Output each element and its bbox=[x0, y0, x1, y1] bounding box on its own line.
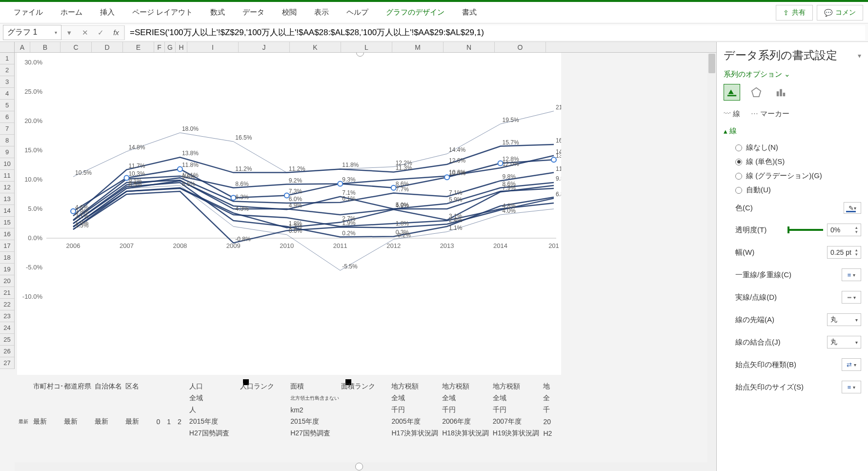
series-options-dropdown[interactable]: 系列のオプション ⌄ bbox=[724, 70, 861, 79]
confirm-formula-button[interactable]: ✓ bbox=[93, 28, 108, 37]
ribbon-tab-7[interactable]: 表示 bbox=[305, 3, 338, 22]
cell[interactable]: H2 bbox=[542, 430, 561, 437]
cell[interactable]: 人口ランク bbox=[239, 382, 289, 391]
row-header-25[interactable]: 25 bbox=[0, 334, 14, 346]
chart-plot-area[interactable]: -10.0%-5.0%0.0%5.0%10.0%15.0%20.0%25.0%3… bbox=[17, 53, 561, 375]
compound-type-button[interactable]: ≡ ▾ bbox=[842, 268, 861, 281]
row-header-15[interactable]: 15 bbox=[0, 217, 14, 228]
column-header-A[interactable]: A bbox=[15, 42, 30, 52]
row-header-9[interactable]: 9 bbox=[0, 146, 14, 158]
row-header-3[interactable]: 3 bbox=[0, 76, 14, 88]
column-header-E[interactable]: E bbox=[123, 42, 154, 52]
cell[interactable]: 市町村コード bbox=[32, 382, 62, 391]
cell[interactable]: 20 bbox=[542, 418, 561, 426]
row-header-12[interactable]: 12 bbox=[0, 182, 14, 193]
radio-gradient-line[interactable]: 線 (グラデーション)(G) bbox=[724, 169, 861, 183]
cell[interactable]: 最新 bbox=[62, 417, 93, 426]
row-header-24[interactable]: 24 bbox=[0, 322, 14, 334]
ribbon-tab-5[interactable]: データ bbox=[234, 3, 273, 22]
row-header-8[interactable]: 8 bbox=[0, 135, 14, 146]
ribbon-tab-6[interactable]: 校閲 bbox=[273, 3, 305, 22]
radio-no-line[interactable]: 線なし(N) bbox=[724, 141, 861, 155]
cell[interactable]: 千円 bbox=[491, 406, 542, 414]
cell[interactable]: H17決算状況調 bbox=[390, 429, 441, 438]
cell[interactable]: 人口 bbox=[188, 382, 239, 391]
row-header-6[interactable]: 6 bbox=[0, 111, 14, 123]
column-header-F[interactable]: F bbox=[154, 42, 165, 52]
row-header-2[interactable]: 2 bbox=[0, 64, 14, 76]
row-header-19[interactable]: 19 bbox=[0, 264, 14, 275]
cell[interactable]: 地 bbox=[542, 382, 561, 391]
cell[interactable]: 2006年度 bbox=[441, 417, 491, 426]
effects-icon[interactable] bbox=[748, 84, 765, 101]
transparency-input[interactable]: 0% ▴▾ bbox=[827, 224, 861, 236]
series-options-icon[interactable] bbox=[772, 84, 789, 101]
row-header-1[interactable]: 1 bbox=[0, 53, 14, 64]
row-header-18[interactable]: 18 bbox=[0, 252, 14, 264]
transparency-slider[interactable] bbox=[789, 229, 823, 231]
column-header-L[interactable]: L bbox=[341, 42, 392, 52]
cell[interactable]: 全 bbox=[542, 394, 561, 403]
row-header-11[interactable]: 11 bbox=[0, 170, 14, 182]
ribbon-tab-9[interactable]: グラフのデザイン bbox=[377, 3, 453, 22]
formula-input[interactable] bbox=[124, 25, 865, 40]
cell[interactable]: H27国勢調査 bbox=[188, 429, 239, 438]
radio-auto-line[interactable]: 自動(U) bbox=[724, 183, 861, 197]
cell[interactable]: km2 bbox=[289, 406, 340, 414]
cell[interactable]: 最新 bbox=[93, 417, 124, 426]
column-header-M[interactable]: M bbox=[392, 42, 444, 52]
vertical-scrollbar[interactable] bbox=[707, 53, 716, 462]
row-header-16[interactable]: 16 bbox=[0, 228, 14, 240]
cell[interactable]: 人 bbox=[188, 406, 239, 414]
row-header-13[interactable]: 13 bbox=[0, 193, 14, 205]
row-header-23[interactable]: 23 bbox=[0, 310, 14, 322]
column-header-B[interactable]: B bbox=[30, 42, 61, 52]
column-header-C[interactable]: C bbox=[61, 42, 92, 52]
row-header-22[interactable]: 22 bbox=[0, 299, 14, 310]
join-type-dropdown[interactable]: 丸 ▾ bbox=[827, 336, 861, 348]
cell[interactable]: H18決算状況調 bbox=[441, 429, 491, 438]
cell[interactable]: 千 bbox=[542, 406, 561, 414]
dash-type-button[interactable]: ┉ ▾ bbox=[842, 291, 861, 304]
cell[interactable]: 面積ランク bbox=[340, 382, 390, 391]
select-all-corner[interactable] bbox=[0, 42, 15, 52]
row-header-26[interactable]: 26 bbox=[0, 346, 14, 357]
begin-arrow-size-button[interactable]: ≡ ▾ bbox=[842, 381, 861, 393]
cell[interactable]: 自治体名 bbox=[93, 382, 124, 391]
cell[interactable]: 2015年度 bbox=[289, 417, 340, 426]
column-header-N[interactable]: N bbox=[444, 42, 495, 52]
column-header-H[interactable]: H bbox=[176, 42, 187, 52]
tab-marker[interactable]: ⋅⋅⋅ マーカー bbox=[751, 109, 789, 119]
radio-solid-line[interactable]: 線 (単色)(S) bbox=[724, 155, 861, 169]
cell[interactable]: 最新 bbox=[17, 418, 32, 425]
cell[interactable]: 2 bbox=[176, 418, 188, 426]
row-header-17[interactable]: 17 bbox=[0, 240, 14, 252]
cap-type-dropdown[interactable]: 丸 ▾ bbox=[827, 313, 861, 326]
width-input[interactable]: 0.25 pt ▴▾ bbox=[827, 246, 861, 259]
ribbon-tab-0[interactable]: ファイル bbox=[5, 3, 52, 22]
color-picker-button[interactable]: ✎ ▾ bbox=[844, 202, 861, 214]
cancel-formula-button[interactable]: ✕ bbox=[77, 28, 93, 37]
tab-line[interactable]: 〰 線 bbox=[724, 109, 740, 119]
cell[interactable]: 最新 bbox=[32, 417, 62, 426]
cell[interactable]: 地方税額 bbox=[390, 382, 441, 391]
cell[interactable]: 全域 bbox=[390, 394, 441, 403]
comment-button[interactable]: 💬 コメン bbox=[817, 5, 863, 20]
column-header-G[interactable]: G bbox=[165, 42, 176, 52]
cell[interactable]: 北方領土竹島含まない bbox=[289, 395, 340, 402]
cell[interactable]: 面積 bbox=[289, 382, 340, 391]
fill-line-icon[interactable] bbox=[724, 84, 740, 101]
ribbon-tab-1[interactable]: ホーム bbox=[52, 3, 91, 22]
cell[interactable]: H27国勢調査 bbox=[289, 429, 340, 438]
cell[interactable]: 千円 bbox=[441, 406, 491, 414]
row-header-7[interactable]: 7 bbox=[0, 123, 14, 135]
cell[interactable]: 0 bbox=[155, 418, 166, 426]
row-header-4[interactable]: 4 bbox=[0, 88, 14, 100]
begin-arrow-type-button[interactable]: ⇄ ▾ bbox=[842, 358, 861, 371]
ribbon-tab-2[interactable]: 挿入 bbox=[91, 3, 123, 22]
cell[interactable]: 1 bbox=[165, 418, 176, 426]
fx-button[interactable]: fx bbox=[108, 28, 124, 37]
cell[interactable]: 千円 bbox=[390, 406, 441, 414]
horizontal-scrollbar[interactable] bbox=[15, 462, 716, 471]
row-header-20[interactable]: 20 bbox=[0, 275, 14, 287]
